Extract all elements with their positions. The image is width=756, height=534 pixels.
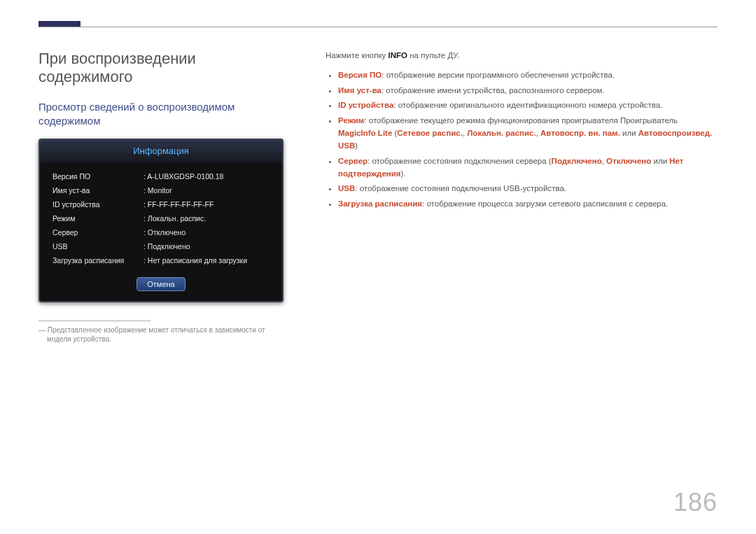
intro-prefix: Нажмите кнопку (326, 51, 388, 59)
section-title: При воспроизведении содержимого (38, 50, 290, 86)
bullet-inline: MagicInfo Lite (338, 129, 392, 137)
info-value: Нет расписания для загрузки (144, 256, 247, 265)
footnote-rule (38, 321, 150, 321)
bullet-after: ). (401, 169, 406, 178)
bullet-text: : отображение процесса загрузки сетевого… (422, 199, 668, 208)
description-list: Версия ПО: отображение версии программно… (326, 68, 718, 212)
info-value: Monitor (144, 186, 172, 195)
bullet-inline: Отключено (606, 157, 651, 165)
info-key: Загрузка расписания (52, 256, 144, 265)
info-row: ID устройства FF-FF-FF-FF-FF-FF (52, 197, 270, 211)
info-row: Режим Локальн. распис. (52, 211, 270, 225)
bullet-inline: Сетевое распис. (397, 129, 463, 137)
bullet-key: ID устройства (338, 101, 393, 109)
info-key: Сервер (52, 228, 144, 237)
info-value: A-LUBXGDSP-0100.18 (144, 172, 223, 181)
info-key: Имя уст-ва (52, 186, 144, 195)
header-line (38, 21, 80, 27)
info-row: Версия ПО A-LUBXGDSP-0100.18 (52, 169, 270, 183)
header-accent (38, 21, 718, 27)
info-panel-title: Информация (40, 140, 282, 164)
bullet-text: : отображение версии программного обеспе… (382, 71, 615, 79)
info-value: Локальн. распис. (144, 214, 206, 223)
info-row: Имя уст-ва Monitor (52, 183, 270, 197)
bullet-key: Загрузка расписания (338, 199, 422, 208)
bullet-text: : отображение состояния подключения серв… (368, 157, 552, 165)
subsection-title: Просмотр сведений о воспроизводимом соде… (38, 100, 290, 129)
list-item: Версия ПО: отображение версии программно… (338, 68, 718, 83)
info-panel: Информация Версия ПО A-LUBXGDSP-0100.18 … (38, 139, 284, 302)
info-value: Подключено (144, 242, 190, 251)
info-row: USB Подключено (52, 239, 270, 253)
info-row: Сервер Отключено (52, 225, 270, 239)
bullet-key: Версия ПО (338, 71, 382, 79)
list-item: Режим: отображение текущего режима функц… (338, 113, 718, 153)
list-item: ID устройства: отображение оригинального… (338, 98, 718, 113)
bullet-inline: Подключено (552, 157, 602, 165)
info-row: Загрузка расписания Нет расписания для з… (52, 253, 270, 267)
info-key: Версия ПО (52, 172, 144, 181)
info-key: Режим (52, 214, 144, 223)
bullet-key: Режим (338, 116, 364, 125)
bullet-text: : отображение состояния подключения USB-… (355, 184, 566, 192)
info-value: FF-FF-FF-FF-FF-FF (144, 200, 214, 209)
footnote: ― Представленное изображение может отлич… (38, 325, 290, 344)
bullet-key: Имя уст-ва (338, 86, 382, 94)
info-key: ID устройства (52, 200, 144, 209)
bullet-text: : отображение текущего режима функционир… (364, 116, 678, 125)
bullet-inline: Автовоспр. вн. пам. (540, 129, 620, 137)
info-rows: Версия ПО A-LUBXGDSP-0100.18 Имя уст-ва … (40, 164, 282, 270)
bullet-text: : отображение оригинального идентификаци… (393, 101, 662, 109)
bullet-after: ) (355, 141, 358, 150)
cancel-button[interactable]: Отмена (136, 277, 185, 291)
list-item: Загрузка расписания: отображение процесс… (338, 197, 718, 212)
intro-bold: INFO (388, 51, 407, 59)
bullet-text: : отображение имени устройства, распозна… (382, 86, 605, 94)
bullet-key: Сервер (338, 157, 368, 165)
info-key: USB (52, 242, 144, 251)
bullet-key: USB (338, 184, 355, 192)
list-item: Сервер: отображение состояния подключени… (338, 154, 718, 182)
bullet-sep: или (651, 157, 669, 165)
info-value: Отключено (144, 228, 186, 237)
bullet-sep: или (620, 129, 638, 137)
page-number: 186 (673, 488, 718, 517)
list-item: USB: отображение состояния подключения U… (338, 181, 718, 197)
bullet-inline: Локальн. распис. (467, 129, 536, 137)
intro-suffix: на пульте ДУ. (407, 51, 459, 59)
intro-text: Нажмите кнопку INFO на пульте ДУ. (326, 50, 718, 62)
list-item: Имя уст-ва: отображение имени устройства… (338, 83, 718, 99)
